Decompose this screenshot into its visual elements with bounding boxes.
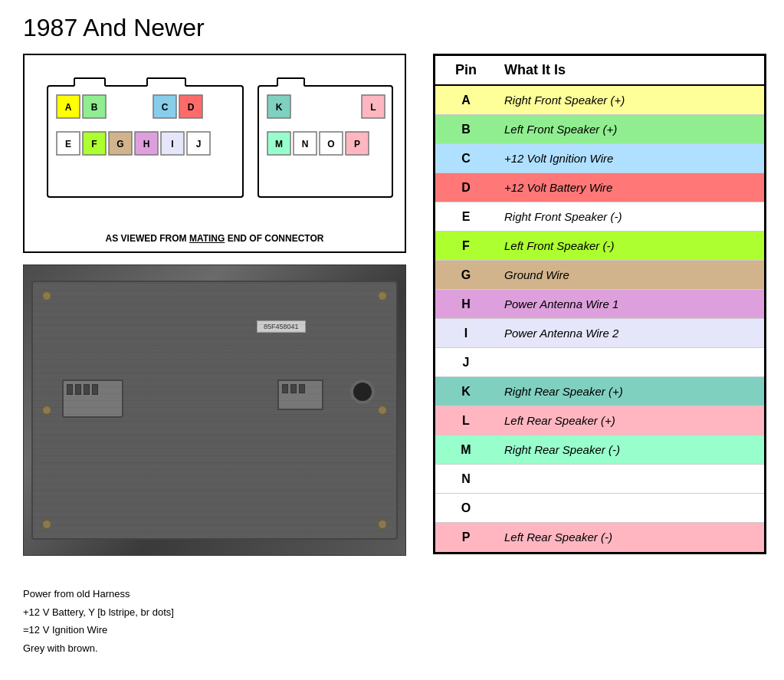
table-row: HPower Antenna Wire 1 (435, 290, 764, 319)
pin-letter: L (435, 414, 489, 428)
connector-svg: A B C D E F G H I (32, 63, 397, 216)
pin-description (489, 358, 764, 367)
svg-text:N: N (302, 139, 309, 149)
radio-photo: 85F458041 (23, 264, 406, 556)
table-row: J (435, 348, 764, 377)
svg-rect-1 (74, 78, 105, 94)
pin-letter: E (435, 210, 489, 224)
pin-letter: F (435, 239, 489, 253)
svg-text:B: B (91, 102, 98, 113)
table-row: LLeft Rear Speaker (+) (435, 406, 764, 435)
note-line4: Grey with brown. (23, 639, 174, 657)
pin-description: Right Rear Speaker (+) (489, 380, 764, 402)
note-line2: +12 V Battery, Y [b lstripe, br dots] (23, 603, 174, 621)
table-row: MRight Rear Speaker (-) (435, 435, 764, 465)
pin-table: Pin What It Is ARight Front Speaker (+)B… (433, 54, 766, 554)
svg-text:H: H (143, 139, 150, 149)
header-pin: Pin (435, 62, 489, 78)
svg-text:C: C (162, 102, 169, 113)
pin-letter: G (435, 268, 489, 282)
table-row: BLeft Front Speaker (+) (435, 115, 764, 144)
table-row: GGround Wire (435, 261, 764, 290)
svg-text:M: M (275, 139, 283, 149)
note-line3: =12 V Ignition Wire (23, 621, 174, 639)
pin-description: Left Front Speaker (+) (489, 118, 764, 140)
svg-text:A: A (65, 102, 72, 113)
table-row: IPower Antenna Wire 2 (435, 319, 764, 348)
pin-letter: C (435, 152, 489, 166)
pin-description: Power Antenna Wire 2 (489, 322, 764, 344)
svg-text:L: L (370, 102, 376, 113)
table-row: O (435, 494, 764, 523)
pin-letter: D (435, 181, 489, 195)
pin-description: Ground Wire (489, 264, 764, 286)
svg-text:G: G (116, 139, 123, 149)
pin-letter: A (435, 94, 489, 107)
pin-letter: P (435, 531, 489, 544)
table-row: ERight Front Speaker (-) (435, 202, 764, 232)
connector-label: AS VIEWED FROM MATING END OF CONNECTOR (25, 233, 405, 244)
pin-letter: K (435, 385, 489, 399)
pin-description: Right Rear Speaker (-) (489, 439, 764, 461)
pin-letter: N (435, 472, 489, 486)
svg-text:J: J (196, 139, 202, 149)
table-row: D+12 Volt Battery Wire (435, 173, 764, 202)
table-row: ARight Front Speaker (+) (435, 86, 764, 115)
pin-letter: M (435, 443, 489, 457)
notes-section: Power from old Harness +12 V Battery, Y … (23, 585, 174, 657)
table-row: C+12 Volt Ignition Wire (435, 144, 764, 173)
pin-description: Left Front Speaker (-) (489, 235, 764, 257)
pin-description: Left Rear Speaker (+) (489, 409, 764, 432)
table-body: ARight Front Speaker (+)BLeft Front Spea… (435, 86, 764, 552)
pin-description: +12 Volt Battery Wire (489, 176, 764, 199)
table-row: PLeft Rear Speaker (-) (435, 523, 764, 552)
pin-letter: B (435, 123, 489, 136)
table-row: KRight Rear Speaker (+) (435, 377, 764, 406)
pin-description: Power Antenna Wire 1 (489, 293, 764, 315)
connector-diagram-box: A B C D E F G H I (23, 54, 406, 253)
table-header: Pin What It Is (435, 56, 764, 86)
pin-letter: I (435, 327, 489, 340)
page-title: 1987 And Newer (23, 14, 205, 42)
pin-description (489, 504, 764, 513)
svg-text:E: E (65, 139, 71, 149)
pin-letter: J (435, 356, 489, 370)
svg-rect-30 (277, 78, 304, 94)
pin-description: Right Front Speaker (+) (489, 89, 764, 111)
table-row: N (435, 465, 764, 494)
svg-rect-5 (147, 78, 185, 94)
svg-text:K: K (276, 102, 283, 113)
pin-description (489, 475, 764, 484)
pin-description: +12 Volt Ignition Wire (489, 147, 764, 169)
svg-text:I: I (171, 139, 173, 149)
pin-letter: H (435, 297, 489, 311)
header-what: What It Is (489, 62, 764, 78)
pin-description: Left Rear Speaker (-) (489, 526, 764, 548)
svg-text:D: D (188, 102, 195, 113)
pin-description: Right Front Speaker (-) (489, 205, 764, 228)
table-row: FLeft Front Speaker (-) (435, 232, 764, 261)
svg-text:P: P (354, 139, 360, 149)
note-line1: Power from old Harness (23, 585, 174, 603)
svg-text:O: O (327, 139, 334, 149)
pin-letter: O (435, 501, 489, 515)
svg-text:F: F (91, 139, 97, 149)
